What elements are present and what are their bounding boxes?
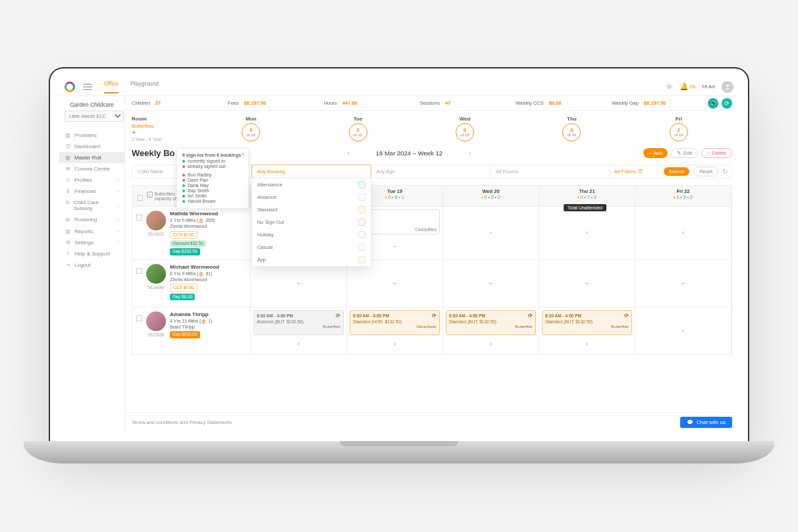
room-name-link[interactable]: Butterflies [132,123,153,129]
sidebar-item-comms-centre[interactable]: ✉Comms Centre [59,163,124,174]
delete-button[interactable]: −Delete [701,148,732,158]
booking-type-absence[interactable]: Absence [252,191,371,203]
tab-office[interactable]: Office [104,80,119,93]
add-booking-icon[interactable]: + [585,280,589,287]
next-week-icon[interactable]: › [469,150,471,157]
chat-icon: 💬 [687,419,693,425]
add-booking-icon[interactable]: + [585,229,589,236]
child-avatar[interactable] [146,211,166,230]
add-booking-icon[interactable]: + [297,340,301,348]
stat-action-2[interactable]: ⟳ [722,98,732,109]
preview-icon[interactable]: 👁 [666,83,673,91]
sidebar-item-logout[interactable]: ↪Logout [59,259,124,271]
recurring-icon: ⟳ [528,313,533,319]
sidebar-item-dashboard[interactable]: ☰Dashboard [59,141,124,152]
app-screen: Office Playground 👁 🔔 26 Hi Art Garden C… [59,78,739,432]
select-all-checkbox[interactable] [138,195,143,201]
filter-all-rooms[interactable]: All Rooms [491,165,610,178]
user-avatar[interactable] [722,81,733,93]
stat-fees: Fees$6,157.50 [228,100,321,106]
unattended-tooltip: Total Unattended [564,204,606,211]
filter-any-booking[interactable]: Any Booking AttendanceAbsenceStandardNo … [252,165,372,178]
booking-card[interactable]: 8:00 AM - 4:00 PM⟳ Standard (BUT: $132.5… [542,310,632,335]
add-booking-icon[interactable]: + [681,229,685,236]
tab-playground[interactable]: Playground [130,80,159,93]
sidebar-item-rostering[interactable]: ⧉Rostering› [59,214,124,226]
org-name: Garden Childcare [65,101,119,108]
booking-type-attendance[interactable]: Attendance [252,178,371,191]
greeting-text: Hi Art [702,84,715,90]
reset-button[interactable]: Reset [693,167,718,176]
sidebar-nav: ▥Providers☰Dashboard▦Master Roll✉Comms C… [59,127,124,273]
booking-type-casual[interactable]: Casual [252,241,371,253]
stat-action-1[interactable]: 🔊 [708,98,718,109]
page-title: Weekly Bo [132,148,175,158]
logo-icon [65,82,75,92]
child-name[interactable]: Michael Wormwood [170,264,219,271]
row-checkbox[interactable] [136,315,142,321]
booking-card[interactable]: 8:00 AM - 4:00 PM⟳ Absence (BUT: $132.50… [253,310,344,335]
filter-any-age[interactable]: Any Age [371,165,491,178]
stat-children: Children27 [132,100,225,106]
sidebar-item-master-roll[interactable]: ▦Master Roll [59,152,124,163]
child-name[interactable]: Amanda Thripp [170,311,213,318]
age-range: 2 Year - 4 Year [132,137,198,142]
edit-button[interactable]: ✎Edit [671,148,698,158]
add-booking-icon[interactable]: + [489,340,493,348]
recurring-icon: ⟳ [336,313,340,319]
add-booking-icon[interactable]: + [393,280,397,287]
sidebar-item-reports[interactable]: ▤Reports› [59,226,124,237]
add-booking-icon[interactable]: + [681,280,685,287]
sidebar-item-profiles[interactable]: ☺Profiles› [59,174,124,186]
all-filters-link[interactable]: All Filters ☰ [614,169,643,174]
room-heading: Room [132,116,198,122]
recurring-icon: ⟳ [432,313,437,319]
row-checkbox[interactable] [136,215,142,221]
search-button[interactable]: Search [664,167,690,176]
sidebar-item-providers[interactable]: ▥Providers [59,130,124,141]
child-name[interactable]: Matilda Wormwood [170,211,218,217]
stat-sessions: Sessions47 [419,100,513,106]
sidebar-item-financial[interactable]: $Financial› [59,186,124,197]
star-icon: ✦ [132,130,136,136]
add-booking-icon[interactable]: + [585,340,589,348]
sidebar-item-settings[interactable]: ⚙Settings› [59,237,124,248]
booking-card[interactable]: 8:00 AM - 4:00 PM⟳ Standard (BUT: $132.5… [446,310,536,335]
booking-type-app[interactable]: App [252,253,371,266]
info-icon: i [147,192,153,198]
child-avatar[interactable] [146,311,166,331]
add-button[interactable]: +Add [643,148,668,158]
add-booking-icon[interactable]: + [393,340,397,348]
add-booking-icon[interactable]: + [489,280,493,287]
sidebar-item-child-care-subsidy[interactable]: ◎Child Care Subsidy› [59,197,124,214]
add-booking-icon[interactable]: + [297,280,301,287]
footer: Terms and conditions and Privacy Stateme… [125,412,739,432]
add-booking-icon[interactable]: + [393,243,397,250]
booking-card[interactable]: 8:00 AM - 8:00 PM⟳ Standard (HON: $132.5… [350,310,440,335]
row-checkbox[interactable] [136,268,142,274]
child-row: 5624840 Michael Wormwood 6 Yrs 9 Mths (🎂… [132,260,732,307]
booking-type-dropdown: AttendanceAbsenceStandardNo Sign OutHoli… [252,178,372,267]
add-booking-icon[interactable]: + [681,327,685,334]
stats-row: Children27Fees$6,157.50Hours447.00Sessio… [125,96,739,111]
prev-week-icon[interactable]: ‹ [348,150,350,157]
child-row: 5625088 Amanda Thripp 4 Yrs 11 Mths (🎂 1… [132,307,732,355]
booking-type-holiday[interactable]: Holiday [252,228,371,241]
close-icon[interactable]: × [242,151,245,157]
terms-link[interactable]: Terms and conditions and Privacy Stateme… [132,419,232,425]
notif-count: 26 [690,84,696,90]
sidebar-item-help-&-support[interactable]: ?Help & Support [59,248,124,259]
booking-type-no-sign-out[interactable]: No Sign Out [252,216,371,228]
add-booking-icon[interactable]: + [489,229,493,236]
chat-button[interactable]: 💬 Chat with us [680,417,732,428]
history-icon[interactable]: ↻ [722,168,728,175]
sidebar: Garden Childcare Little Seeds ELC ▥Provi… [59,96,125,432]
site-select[interactable]: Little Seeds ELC [65,111,124,122]
svg-point-0 [726,84,729,87]
signin-popup: × 6 sign-ins from 6 bookings currently s… [176,148,249,209]
bell-icon[interactable]: 🔔 [679,82,689,91]
child-avatar[interactable] [146,264,166,284]
booking-type-standard[interactable]: Standard [252,203,371,216]
menu-toggle-icon[interactable] [83,84,92,90]
top-bar: Office Playground 👁 🔔 26 Hi Art [59,78,739,96]
